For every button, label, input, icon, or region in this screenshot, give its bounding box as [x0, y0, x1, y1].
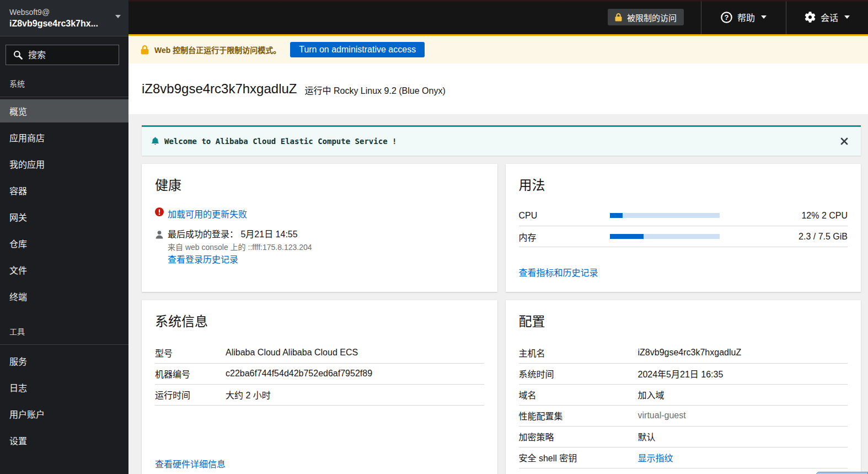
memory-progress-fill [610, 234, 644, 239]
turn-on-admin-access-button[interactable]: Turn on administrative access [290, 42, 425, 57]
memory-progress-bar [610, 234, 720, 239]
nav-section-system: 系统 概览 应用商店 我的应用 容器 网关 仓库 文件 终端 [0, 78, 128, 308]
hardware-details-link[interactable]: 查看硬件详细信息 [155, 460, 226, 469]
login-history-link[interactable]: 查看登录历史记录 [168, 255, 238, 264]
sidebar-item-app-store[interactable]: 应用商店 [0, 126, 128, 149]
sidebar-item-services[interactable]: 服务 [0, 349, 128, 372]
page-header: iZ8vb9gse4rc3k7hxgadluZ 运行中 Rocky Linux … [128, 63, 868, 114]
last-login-row: 最后成功的登录： 5月21日 14:55 [155, 230, 484, 239]
chevron-down-icon [115, 15, 121, 18]
health-updates-row: 加载可用的更新失败 [155, 207, 484, 220]
performance-profile-label: 性能配置集 [519, 405, 638, 426]
cards-row-1: 健康 加载可用的更新失败 [142, 164, 861, 292]
host-switcher-labels: Websoft9@ iZ8vb9gse4rc3k7hx... [9, 7, 112, 29]
cpu-usage-value: 12% 2 CPU [720, 211, 848, 221]
masthead: 被限制的访问 ? 帮助 会话 [128, 0, 868, 36]
performance-profile-value: virtual-guest [638, 405, 848, 426]
restricted-mode-message: Web 控制台正运行于限制访问模式。 [154, 44, 281, 55]
health-card-title: 健康 [155, 177, 484, 194]
question-circle-icon: ? [721, 12, 732, 23]
host-switcher[interactable]: Websoft9@ iZ8vb9gse4rc3k7hx... [0, 0, 128, 36]
memory-usage-value: 2.3 / 7.5 GiB [720, 232, 848, 242]
restricted-access-badge[interactable]: 被限制的访问 [608, 9, 684, 25]
host-switcher-user: Websoft9@ [9, 7, 112, 18]
health-card: 健康 加载可用的更新失败 [142, 164, 497, 292]
cockpit-app: Websoft9@ iZ8vb9gse4rc3k7hx... 系统 概览 应用商… [0, 0, 868, 474]
chevron-down-icon [844, 15, 850, 19]
table-row: 系统时间 2024年5月21日 16:35 [519, 363, 848, 384]
hostname-label: 主机名 [519, 342, 638, 363]
metrics-history-link[interactable]: 查看指标和历史记录 [519, 268, 598, 278]
nav-section-tools: 工具 服务 日志 用户账户 设置 [0, 326, 128, 452]
uptime-label: 运行时间 [155, 384, 226, 405]
domain-label: 域名 [519, 384, 638, 405]
model-value: Alibaba Cloud Alibaba Cloud ECS [226, 342, 484, 363]
last-login-block: 最后成功的登录： 5月21日 14:55 [168, 230, 298, 239]
cpu-usage-row: CPU 12% 2 CPU [519, 205, 848, 226]
help-label: 帮助 [737, 10, 755, 24]
system-time-label: 系统时间 [519, 363, 638, 384]
help-menu[interactable]: ? 帮助 [701, 0, 786, 34]
welcome-alert-message: Welcome to Alibaba Cloud Elastic Compute… [164, 137, 397, 146]
table-row: 性能配置集 virtual-guest [519, 405, 848, 426]
sidebar-item-containers[interactable]: 容器 [0, 179, 128, 202]
nav-section-title-tools: 工具 [0, 326, 128, 345]
table-row: 域名 加入域 [519, 384, 848, 405]
close-alert-button[interactable] [837, 134, 852, 149]
updates-error-link[interactable]: 加载可用的更新失败 [168, 207, 247, 220]
svg-text:?: ? [725, 13, 729, 21]
sidebar-item-settings[interactable]: 设置 [0, 429, 128, 452]
search-input[interactable] [6, 45, 119, 65]
host-os: Rocky Linux 9.2 (Blue Onyx) [334, 86, 446, 95]
system-info-card-title: 系统信息 [155, 313, 484, 330]
restricted-mode-banner: Web 控制台正运行于限制访问模式。 Turn on administrativ… [128, 36, 868, 63]
ssh-keys-label: 安全 shell 密钥 [519, 447, 638, 468]
sidebar-item-logs[interactable]: 日志 [0, 376, 128, 399]
system-info-table: 型号 Alibaba Cloud Alibaba Cloud ECS 机器编号 … [155, 342, 484, 406]
host-switcher-hostname: iZ8vb9gse4rc3k7hx... [9, 18, 112, 29]
page-title: iZ8vb9gse4rc3k7hxgadluZ [142, 81, 297, 97]
cpu-progress-fill [610, 213, 623, 218]
host-state: 运行中 [305, 86, 331, 95]
usage-card: 用法 CPU 12% 2 CPU 内存 2.3 / 7.5 GiB [506, 164, 861, 292]
cpu-label: CPU [519, 211, 610, 221]
sidebar-item-terminal[interactable]: 终端 [0, 285, 128, 308]
page-content: Welcome to Alibaba Cloud Elastic Compute… [128, 114, 868, 474]
main-area: 被限制的访问 ? 帮助 会话 [128, 0, 868, 474]
table-row: 机器编号 c22ba6f744f54d42b752ed6af7952f89 [155, 363, 484, 384]
user-icon [155, 230, 164, 239]
usage-card-title: 用法 [519, 177, 848, 194]
table-row: 主机名 iZ8vb9gse4rc3k7hxgadluZ [519, 342, 848, 363]
memory-usage-row: 内存 2.3 / 7.5 GiB [519, 226, 848, 247]
cpu-progress-bar [610, 213, 720, 218]
lock-icon [141, 45, 149, 55]
show-fingerprints-link[interactable]: 显示指纹 [638, 454, 673, 463]
gear-icon [805, 12, 816, 23]
sidebar-item-repository[interactable]: 仓库 [0, 232, 128, 255]
system-info-card: 系统信息 型号 Alibaba Cloud Alibaba Cloud ECS … [142, 300, 497, 474]
machine-id-label: 机器编号 [155, 363, 226, 384]
sidebar-item-my-apps[interactable]: 我的应用 [0, 152, 128, 175]
masthead-toolbar: 被限制的访问 ? 帮助 会话 [608, 0, 868, 34]
sidebar-item-gateway[interactable]: 网关 [0, 205, 128, 228]
welcome-alert: Welcome to Alibaba Cloud Elastic Compute… [142, 125, 861, 156]
sidebar-item-overview[interactable]: 概览 [0, 99, 128, 123]
sidebar-item-accounts[interactable]: 用户账户 [0, 402, 128, 425]
nav-section-title-system: 系统 [0, 78, 128, 97]
session-menu[interactable]: 会话 [786, 0, 868, 34]
sidebar-item-files[interactable]: 文件 [0, 258, 128, 281]
crypto-policy-value: 默认 [638, 426, 848, 447]
close-icon [840, 137, 848, 145]
system-time-value: 2024年5月21日 16:35 [638, 363, 848, 384]
crypto-policy-label: 加密策略 [519, 426, 638, 447]
hostname-value: iZ8vb9gse4rc3k7hxgadluZ [638, 342, 848, 363]
chevron-down-icon [761, 15, 767, 19]
sidebar-search [6, 45, 119, 65]
exclamation-circle-icon [155, 207, 164, 216]
cut-off-popup [816, 472, 868, 474]
cards-row-2: 系统信息 型号 Alibaba Cloud Alibaba Cloud ECS … [142, 300, 861, 474]
configuration-card-title: 配置 [519, 313, 848, 330]
lock-icon [615, 13, 622, 22]
table-row: 型号 Alibaba Cloud Alibaba Cloud ECS [155, 342, 484, 363]
session-label: 会话 [821, 10, 838, 24]
